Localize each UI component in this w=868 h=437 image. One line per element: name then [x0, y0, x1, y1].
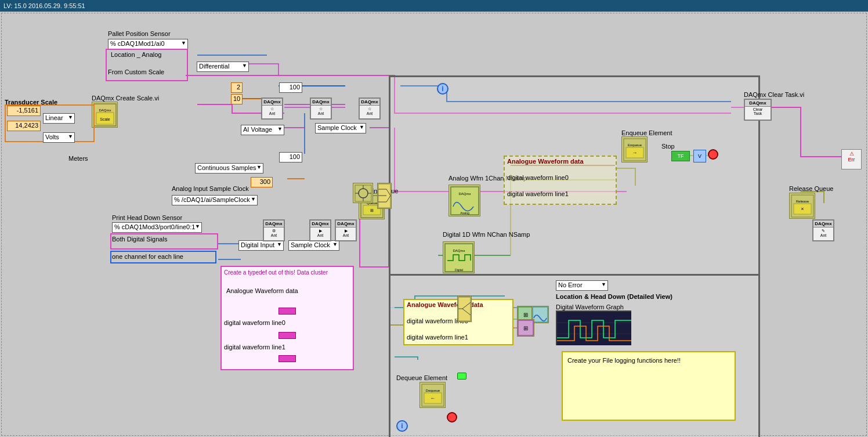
enqueue-element-label: Enqueue Element	[621, 129, 672, 136]
val-142423[interactable]: 14,2423	[7, 121, 41, 131]
bool-tf-constant[interactable]: TF	[671, 151, 690, 161]
cdaq1mod3-port0-dropdown[interactable]: % cDAQ1Mod3/port0/line0:1	[112, 222, 202, 233]
info-icon-bottom: i	[396, 420, 408, 432]
daqmx-node-2[interactable]: DAQmx ☆Ant	[310, 97, 332, 120]
enqueue-element-node[interactable]: Enqueue →	[621, 136, 648, 162]
pallet-position-sensor-label: Pallet Position Sensor	[108, 30, 171, 37]
num-2[interactable]: 2	[231, 82, 243, 93]
titlebar: LV: 15.0 2016.05.29. 9:55:51	[0, 0, 868, 12]
led-green-bottom	[457, 373, 466, 380]
bundle-node[interactable]	[377, 183, 392, 209]
digital-wfm-line0-label: digital waveform line0	[507, 174, 618, 181]
digital-wfm-line1-2-label: digital waveform line1	[224, 344, 285, 351]
sample-clock-dropdown-bot[interactable]: Sample Clock	[288, 240, 339, 251]
dequeue-element-node[interactable]: Dequeue ←	[419, 382, 446, 408]
info-icon-top: i	[437, 83, 449, 95]
daqmx-clear-task-node[interactable]: DAQmx ClearTask	[744, 99, 772, 121]
release-queue-label: Release Queue	[789, 185, 833, 192]
svg-text:⊞: ⊞	[370, 208, 374, 212]
svg-text:⊞: ⊞	[523, 312, 528, 318]
location-head-down-label: Location & Head Down (Detailed View)	[556, 293, 672, 300]
digital-wfm-label: Digital 1D Wfm NChan NSamp	[443, 231, 530, 238]
digital-wfm-node[interactable]: DAQmx Digital	[443, 241, 475, 273]
data-cluster-pink-box: Create a typedef out of this! Data clust…	[220, 266, 354, 370]
main-gray-frame-bottom: i No Error Location & Head Down (Detaile…	[389, 274, 760, 437]
analogue-waveform-data2-label: Analogue Waveform data	[226, 287, 353, 294]
num-100b[interactable]: 100	[279, 152, 302, 162]
one-channel-blue-box	[110, 251, 216, 263]
continuous-samples-dropdown[interactable]: Continuous Samples	[195, 163, 263, 174]
sample-clock-dropdown-top[interactable]: Sample Clock	[315, 123, 366, 133]
dequeue-element-label: Dequeue Element	[396, 374, 447, 381]
digital-input-dropdown[interactable]: Digital Input	[238, 240, 284, 251]
print-head-down-sensor-label: Print Head Down Sensor	[112, 214, 182, 221]
svg-text:Analog: Analog	[460, 211, 469, 215]
daqmx-node-4[interactable]: DAQmx ⚙Ant	[263, 219, 285, 241]
num-100a[interactable]: 100	[279, 82, 302, 93]
svg-text:Enqueue: Enqueue	[627, 143, 642, 147]
svg-rect-18	[451, 187, 479, 215]
analogue-wfm-data-label: Analogue Waveform data	[507, 158, 618, 165]
daqmx-node-3[interactable]: DAQmx ☆Ant	[359, 97, 381, 120]
file-logging-box: Create your File logging functions here!…	[562, 351, 736, 421]
daqmx-node-1[interactable]: DAQmx ☆Ant	[261, 97, 283, 120]
ai-voltage-dropdown[interactable]: AI Voltage	[241, 125, 284, 135]
svg-text:Digital: Digital	[455, 268, 463, 272]
val-neg15161[interactable]: -1,5161	[7, 106, 41, 116]
create-typedef-label: Create a typedef out of this! Data clust…	[224, 269, 350, 276]
main-canvas: Pallet Position Sensor % cDAQ1Mod1/ai0 L…	[0, 12, 868, 437]
analog-input-sample-clock-label: Analog Input Sample Clock	[172, 185, 249, 192]
cdaq1mod1-ai0-dropdown[interactable]: % cDAQ1Mod1/ai0	[108, 39, 188, 49]
location-pink-box	[106, 49, 188, 81]
daqmx-node-6[interactable]: DAQmx ▶Ant	[335, 219, 357, 241]
differential-dropdown[interactable]: Differential	[197, 62, 249, 72]
meters-label: Meters	[68, 155, 88, 162]
daqmx-node-5[interactable]: DAQmx ▶Ant	[309, 219, 331, 241]
release-queue-node[interactable]: Release ×	[789, 193, 815, 219]
svg-text:×: ×	[801, 206, 804, 212]
svg-text:DAQmx: DAQmx	[99, 109, 111, 112]
digital-wfm-line1-3-label: digital waveform line1	[407, 334, 515, 341]
stop-button-bottom[interactable]	[447, 412, 457, 422]
svg-text:→: →	[632, 150, 637, 156]
daqmx-clear-task-label: DAQmx Clear Task.vi	[744, 91, 804, 98]
digital-wfm-line1-label: digital waveform line1	[507, 190, 618, 197]
num-10[interactable]: 10	[231, 94, 243, 104]
stop-button[interactable]	[708, 149, 718, 160]
svg-text:Scale: Scale	[100, 117, 110, 121]
both-digital-pink-box	[110, 233, 218, 250]
func-crosshair[interactable]	[353, 183, 373, 203]
daqmx-create-scale-label: DAQmx Create Scale.vi	[92, 95, 159, 102]
index-node-bottom2[interactable]: ⊞	[517, 319, 534, 337]
analog-wfm-node[interactable]: DAQmx Analog	[449, 185, 480, 216]
v-node[interactable]: V	[693, 150, 706, 162]
volts-dropdown[interactable]: Volts	[43, 132, 75, 143]
daqmx-create-scale-node[interactable]: DAQmx Scale	[92, 102, 118, 128]
error-cluster-top: ⚠Err	[841, 149, 862, 169]
unbundle-node[interactable]	[457, 296, 472, 322]
svg-text:Release: Release	[795, 200, 809, 203]
svg-text:DAQmx: DAQmx	[453, 249, 465, 252]
svg-text:Dequeue: Dequeue	[425, 389, 440, 392]
waveform-graph-display	[556, 310, 631, 345]
daqmx-node-7[interactable]: DAQmx ✎Ant	[812, 219, 834, 241]
svg-text:←: ←	[430, 395, 435, 401]
analogue-cluster-box-top: Analogue Waveform data digital waveform …	[504, 156, 617, 205]
main-gray-frame-top: i Obtain Queue Queue ⊞ Analog Wfm 1Chan …	[389, 75, 760, 276]
stop-label: Stop	[661, 143, 675, 150]
svg-text:DAQmx: DAQmx	[458, 192, 471, 196]
linear-dropdown[interactable]: Linear	[43, 113, 75, 124]
no-error-dropdown[interactable]: No Error	[556, 280, 608, 291]
create-file-logging-label: Create your File logging functions here!…	[567, 357, 739, 364]
cdaq1-ai-sampleclock-dropdown[interactable]: % /cDAQ1/ai/SampleClock	[172, 195, 258, 205]
svg-text:⊞: ⊞	[523, 325, 528, 331]
num-300[interactable]: 300	[251, 177, 273, 187]
digital-wfm-graph-label: Digital Waveform Graph	[556, 304, 624, 310]
digital-wfm-line0-2-label: digital waveform line0	[224, 319, 285, 326]
titlebar-text: LV: 15.0 2016.05.29. 9:55:51	[3, 2, 85, 9]
